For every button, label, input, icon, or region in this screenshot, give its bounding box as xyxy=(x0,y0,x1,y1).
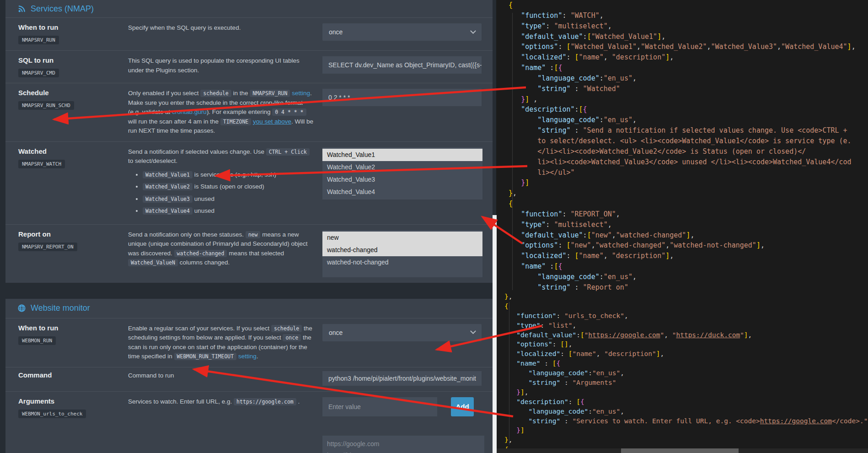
code-line: "function": "WATCH", xyxy=(504,11,856,21)
code-line: "default_value":["https://google.com", "… xyxy=(504,330,868,340)
code-line: "options": ["new","watched-changed","wat… xyxy=(504,240,856,251)
code-line: "options": ["Watched_Value1","Watched_Va… xyxy=(504,42,856,52)
report-on-multiselect[interactable]: newwatched-changedwatched-not-changed xyxy=(322,230,482,277)
code-line: "type": "list", xyxy=(504,321,868,330)
setting-description: This SQL query is used to populate the c… xyxy=(128,56,322,77)
code-line: "default_value":["new","watched-changed"… xyxy=(504,230,856,241)
code-line: { xyxy=(504,0,856,11)
code-line: "language_code":"en_us", xyxy=(504,368,868,378)
code-line: "string" : "Services to watch. Enter ful… xyxy=(504,416,868,426)
setting-label: Schedule xyxy=(18,89,128,97)
section-title: Services (NMAP) xyxy=(31,4,94,14)
enter-value-input[interactable]: Enter value xyxy=(322,397,437,416)
code-line: "type": "multiselect", xyxy=(504,21,856,32)
code-line: "type": "multiselect", xyxy=(504,220,856,230)
setting-description: Only enabled if you select schedule in t… xyxy=(128,89,322,136)
code-line: "localized": ["name", "description"], xyxy=(504,349,868,359)
code-line: "description": [{ xyxy=(504,397,868,407)
command-input[interactable]: python3 /home/pi/pialert/front/plugins/w… xyxy=(322,371,482,386)
watched-multiselect[interactable]: Watched_Value1Watched_Value2Watched_Valu… xyxy=(322,147,482,200)
code-line: "function": "REPORT_ON", xyxy=(504,209,856,220)
listbox-option[interactable]: Watched_Value4 xyxy=(322,186,482,198)
setting-description: Send a notification if selected values c… xyxy=(128,147,322,219)
code-line: "name" : [{ xyxy=(504,359,868,368)
sql-to-run-input[interactable]: SELECT dv.dev_Name as Object_PrimaryID, … xyxy=(322,56,482,74)
schedule-input[interactable]: 0 2 * * * xyxy=(322,89,482,106)
code-fragment-bottom: },{ "function": "urls_to_check", "type":… xyxy=(504,292,868,453)
listbox-option[interactable]: Watched_Value2 xyxy=(322,161,482,173)
code-line: "language_code":"en_us", xyxy=(504,407,868,416)
url-list-item: https://bing.com xyxy=(322,450,484,453)
section-website-monitor: Website monitor When to run WEBMON_RUN E… xyxy=(5,299,493,453)
when-to-run-select[interactable]: once xyxy=(322,23,482,41)
code-line: "language_code":"en_us", xyxy=(504,73,856,84)
code-line: "function": "urls_to_check", xyxy=(504,311,868,321)
code-line: "name" :[{ xyxy=(504,63,856,73)
setting-label: Watched xyxy=(18,147,128,155)
code-line: }, xyxy=(504,435,868,445)
listbox-option[interactable]: Watched_Value3 xyxy=(322,173,482,186)
panel-seam xyxy=(493,215,497,453)
listbox-option[interactable]: Watched_Value1 xyxy=(322,149,482,161)
code-line: li></ul>" xyxy=(504,167,856,178)
setting-key-chip: WEBMON_RUN xyxy=(18,336,56,345)
listbox-option[interactable]: watched-changed xyxy=(322,244,482,256)
setting-description: Specify when the SQL query is executed. xyxy=(128,23,322,45)
code-line: </li><li><code>Watched_Value2</code> is … xyxy=(504,146,856,157)
select-value: once xyxy=(329,329,343,336)
webmon-when-to-run-select[interactable]: once xyxy=(322,324,482,341)
setting-label: When to run xyxy=(18,324,128,332)
code-line: { xyxy=(504,302,868,311)
setting-description: Enable a regular scan of your services. … xyxy=(128,324,322,361)
code-line: }, xyxy=(504,188,856,199)
code-fragment-top: { "function": "WATCH", "type": "multisel… xyxy=(504,0,856,293)
setting-row: Watched NMAPSRV_WATCH Send a notificatio… xyxy=(5,141,493,224)
nmap-services-icon xyxy=(17,5,26,13)
setting-label: Arguments xyxy=(18,397,128,405)
setting-row: Schedule NMAPSRV_RUN_SCHD Only enabled i… xyxy=(5,83,493,141)
setting-label: Report on xyxy=(18,230,128,238)
code-line: }] xyxy=(504,426,868,435)
code-line: "options": [], xyxy=(504,340,868,349)
screenshot-root: Services (NMAP) When to run NMAPSRV_RUN … xyxy=(0,0,868,453)
code-line: "language_code":"en_us", xyxy=(504,272,856,282)
setting-row: Arguments WEBMON_urls_to_check Services … xyxy=(5,391,493,453)
horizontal-scrollbar[interactable] xyxy=(496,448,868,453)
setting-label: Command xyxy=(18,371,128,379)
add-button[interactable]: Add xyxy=(451,397,474,416)
setting-label: When to run xyxy=(18,23,128,31)
code-editor[interactable]: { "function": "WATCH", "type": "multisel… xyxy=(496,0,868,453)
code-line: }, xyxy=(504,292,868,302)
section-title: Website monitor xyxy=(31,303,90,313)
code-line: }] , xyxy=(504,94,856,105)
code-line: "name" :[{ xyxy=(504,261,856,272)
code-line: "language_code":"en_us", xyxy=(504,115,856,125)
bullet-item: Watched_Value4 unused xyxy=(143,206,315,216)
section-header: Services (NMAP) xyxy=(5,0,493,17)
setting-link[interactable]: setting xyxy=(292,90,310,97)
setting-label: SQL to run xyxy=(18,56,128,64)
url-list-item: https://google.com xyxy=(322,438,484,450)
url-list-box[interactable]: https://google.comhttps://bing.comhttp:/… xyxy=(322,436,484,453)
webmon-setting-link[interactable]: setting xyxy=(238,353,257,360)
setting-key-chip: NMAPSRV_WATCH xyxy=(18,160,65,168)
crontab-guru-link[interactable]: crontab.guru xyxy=(172,108,207,115)
you-set-above-link[interactable]: you set above xyxy=(253,118,291,125)
setting-key-chip: WEBMON_urls_to_check xyxy=(18,410,86,418)
section-header: Website monitor xyxy=(5,299,493,318)
setting-row: When to run WEBMON_RUN Enable a regular … xyxy=(5,318,493,367)
listbox-option[interactable]: new xyxy=(322,232,482,244)
setting-key-chip: NMAPSRV_CMD xyxy=(18,69,59,77)
code-line: "default_value":["Watched_Value1"], xyxy=(504,32,856,42)
setting-key-chip: NMAPSRV_REPORT_ON xyxy=(18,243,77,251)
setting-row: Command Command to run python3 /home/pi/… xyxy=(5,367,493,391)
code-line: }], xyxy=(504,388,868,397)
code-line: "description":[{ xyxy=(504,104,856,115)
section-services-nmap: Services (NMAP) When to run NMAPSRV_RUN … xyxy=(5,0,493,283)
setting-description: Services to watch. Enter full URL, e.g. … xyxy=(128,397,322,453)
setting-key-chip: NMAPSRV_RUN xyxy=(18,36,59,44)
listbox-option[interactable]: watched-not-changed xyxy=(322,256,482,269)
setting-row: Report on NMAPSRV_REPORT_ON Send a notif… xyxy=(5,224,493,283)
scrollbar-thumb[interactable] xyxy=(621,448,739,453)
setting-description: Send a notification only on these status… xyxy=(128,230,322,277)
